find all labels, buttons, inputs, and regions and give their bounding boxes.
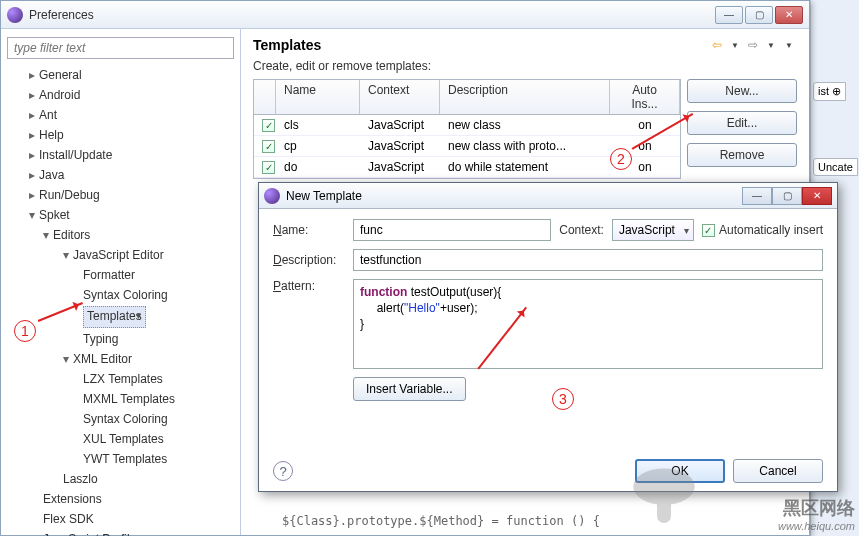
back-menu-icon[interactable]: ▼ xyxy=(727,37,743,53)
tree-formatter[interactable]: Formatter xyxy=(7,265,234,285)
preferences-title: Preferences xyxy=(29,8,709,22)
edit-button[interactable]: Edit... xyxy=(687,111,797,135)
tree-lzx[interactable]: LZX Templates xyxy=(7,369,234,389)
eclipse-icon xyxy=(264,188,280,204)
section-subtitle: Create, edit or remove templates: xyxy=(241,59,809,79)
dialog-titlebar[interactable]: New Template — ▢ ✕ xyxy=(259,183,837,209)
watermark: 黑区网络 www.heiqu.com xyxy=(778,496,855,532)
insert-variable-button[interactable]: Insert Variable... xyxy=(353,377,466,401)
bg-tab-1: ist ⊕ xyxy=(813,82,846,101)
tree-xml-editor[interactable]: ▾XML Editor xyxy=(7,349,234,369)
preferences-sidebar: ▸General ▸Android ▸Ant ▸Help ▸Install/Up… xyxy=(1,29,241,535)
eclipse-icon xyxy=(7,7,23,23)
watermark-logo-icon xyxy=(629,460,699,530)
tree-extensions[interactable]: Extensions xyxy=(7,489,234,509)
table-header: Name Context Description Auto Ins... xyxy=(253,79,681,115)
preferences-tree[interactable]: ▸General ▸Android ▸Ant ▸Help ▸Install/Up… xyxy=(7,65,234,536)
description-label: Description: xyxy=(273,253,345,267)
row-checkbox[interactable]: ✓ xyxy=(262,119,275,132)
row-checkbox[interactable]: ✓ xyxy=(262,140,275,153)
tree-jsprofiles[interactable]: JavaScript Profiles xyxy=(7,529,234,536)
new-button[interactable]: New... xyxy=(687,79,797,103)
forward-menu-icon[interactable]: ▼ xyxy=(763,37,779,53)
th-checkbox xyxy=(254,80,276,114)
preferences-titlebar[interactable]: Preferences — ▢ ✕ xyxy=(1,1,809,29)
dialog-title: New Template xyxy=(286,189,736,203)
row-checkbox[interactable]: ✓ xyxy=(262,161,275,174)
tree-rundebug[interactable]: ▸Run/Debug xyxy=(7,185,234,205)
tree-ant[interactable]: ▸Ant xyxy=(7,105,234,125)
name-label: Name: xyxy=(273,223,345,237)
description-input[interactable] xyxy=(353,249,823,271)
dialog-minimize-button[interactable]: — xyxy=(742,187,772,205)
tree-xul[interactable]: XUL Templates xyxy=(7,429,234,449)
th-name[interactable]: Name xyxy=(276,80,360,114)
auto-insert-label: Automatically insert xyxy=(719,223,823,237)
section-toolbar: ⇦ ▼ ⇨ ▼ ▼ xyxy=(709,37,797,53)
filter-input[interactable] xyxy=(7,37,234,59)
svg-rect-1 xyxy=(657,495,671,523)
help-icon[interactable]: ? xyxy=(273,461,293,481)
cancel-button[interactable]: Cancel xyxy=(733,459,823,483)
tree-java[interactable]: ▸Java xyxy=(7,165,234,185)
auto-insert-checkbox[interactable]: ✓ xyxy=(702,224,715,237)
table-row[interactable]: ✓ cp JavaScript new class with proto... … xyxy=(254,136,680,157)
context-label: Context: xyxy=(559,223,604,237)
tree-android[interactable]: ▸Android xyxy=(7,85,234,105)
tree-editors[interactable]: ▾Editors xyxy=(7,225,234,245)
view-menu-icon[interactable]: ▼ xyxy=(781,37,797,53)
tree-syntax-coloring-2[interactable]: Syntax Coloring xyxy=(7,409,234,429)
section-heading: Templates xyxy=(253,37,709,53)
name-input[interactable] xyxy=(353,219,551,241)
tree-general[interactable]: ▸General xyxy=(7,65,234,85)
tree-spket[interactable]: ▾Spket xyxy=(7,205,234,225)
templates-button-column: New... Edit... Remove xyxy=(687,79,797,179)
back-icon[interactable]: ⇦ xyxy=(709,37,725,53)
tree-typing[interactable]: Typing xyxy=(7,329,234,349)
tree-ywt[interactable]: YWT Templates xyxy=(7,449,234,469)
new-template-dialog: New Template — ▢ ✕ Name: Context: JavaSc… xyxy=(258,182,838,492)
tree-templates[interactable]: Templates xyxy=(7,305,234,329)
tree-install[interactable]: ▸Install/Update xyxy=(7,145,234,165)
tree-syntax-coloring[interactable]: Syntax Coloring xyxy=(7,285,234,305)
templates-table[interactable]: ✓ cls JavaScript new class on ✓ cp JavaS… xyxy=(253,115,681,179)
bg-tab-2: Uncate xyxy=(813,158,858,176)
tree-help[interactable]: ▸Help xyxy=(7,125,234,145)
context-select[interactable]: JavaScript xyxy=(612,219,694,241)
th-context[interactable]: Context xyxy=(360,80,440,114)
remove-button[interactable]: Remove xyxy=(687,143,797,167)
th-auto-insert[interactable]: Auto Ins... xyxy=(610,80,680,114)
table-row[interactable]: ✓ do JavaScript do while statement on xyxy=(254,157,680,178)
tree-mxml[interactable]: MXML Templates xyxy=(7,389,234,409)
tree-flex[interactable]: Flex SDK xyxy=(7,509,234,529)
maximize-button[interactable]: ▢ xyxy=(745,6,773,24)
forward-icon[interactable]: ⇨ xyxy=(745,37,761,53)
pattern-textarea[interactable]: function testOutput(user){ alert("Hello"… xyxy=(353,279,823,369)
close-button[interactable]: ✕ xyxy=(775,6,803,24)
th-description[interactable]: Description xyxy=(440,80,610,114)
dialog-close-button[interactable]: ✕ xyxy=(802,187,832,205)
background-code-preview: ${Class}.prototype.${Method} = function … xyxy=(282,514,600,528)
tree-laszlo[interactable]: Laszlo xyxy=(7,469,234,489)
tree-js-editor[interactable]: ▾JavaScript Editor xyxy=(7,245,234,265)
minimize-button[interactable]: — xyxy=(715,6,743,24)
pattern-label: Pattern: xyxy=(273,279,345,293)
dialog-maximize-button[interactable]: ▢ xyxy=(772,187,802,205)
table-row[interactable]: ✓ cls JavaScript new class on xyxy=(254,115,680,136)
